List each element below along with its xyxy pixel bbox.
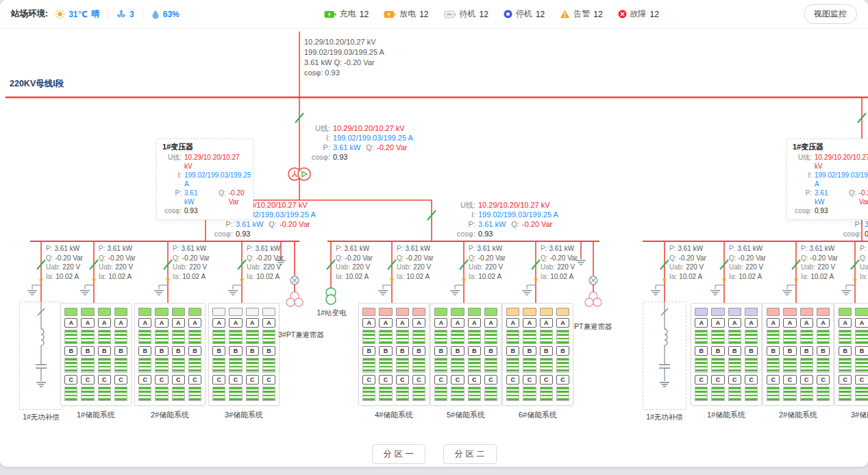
pt-arrester-label: PT兼避雷器 xyxy=(574,322,612,332)
charging-battery-icon xyxy=(324,10,336,19)
q-value: -0.20 Var xyxy=(229,188,247,206)
battery-cells xyxy=(138,387,151,401)
q-label: Q: xyxy=(366,143,374,152)
battery-cells xyxy=(262,387,275,401)
q-label: Q: xyxy=(469,254,476,262)
reactive-compensation-left[interactable] xyxy=(19,302,63,410)
ia-value: 10.02 A xyxy=(478,273,501,280)
rack-status-indicator xyxy=(855,308,868,316)
battery-cells xyxy=(783,330,796,344)
storage-system-box-0[interactable]: ABCABCABCABC xyxy=(60,303,132,406)
reactive-compensation-left-label: 1#无功补偿 xyxy=(14,413,69,422)
alarm-icon xyxy=(560,10,570,19)
storage-system-box-4[interactable]: ABCABCABCABC xyxy=(430,303,501,406)
rack-status-indicator xyxy=(783,308,796,316)
uab-value: 220 V xyxy=(189,263,207,271)
feeder-measurements: P:3.61 kW Q:-0.20 Var Uab:220 V Ia:10.02… xyxy=(669,244,706,281)
feeder-measurements: P:3.61 kW Q:-0.20 Var Uab:220 V Ia:10.02… xyxy=(99,244,136,281)
reactive-compensation-right-label: 1#无功补偿 xyxy=(637,413,692,422)
storage-system-box-1[interactable]: ABCABCABCABC xyxy=(134,303,206,406)
transformer-info-right[interactable]: 1#变压器U线:10.29/10.20/10.27 kVI:199.02/199… xyxy=(786,138,868,220)
legend-stopped[interactable]: 停机12 xyxy=(504,8,545,20)
battery-cells xyxy=(523,358,536,372)
battery-cells xyxy=(767,330,780,344)
storage-system-box-3[interactable]: ABCABCABCABC xyxy=(358,303,430,406)
rack-status-indicator xyxy=(767,308,780,316)
battery-cluster-label: B xyxy=(484,346,497,356)
partition-1-button[interactable]: 分区一 xyxy=(372,444,425,464)
legend-discharging[interactable]: 放电12 xyxy=(384,8,428,20)
cos-value: 0.93 xyxy=(236,229,250,239)
partition-2-button[interactable]: 分区二 xyxy=(443,444,497,464)
battery-rack: ABC xyxy=(711,308,724,401)
legend-charging[interactable]: 充电12 xyxy=(324,8,369,20)
battery-cluster-label: B xyxy=(262,346,275,356)
ia-label: Ia: xyxy=(801,273,808,280)
wind-value: 3 xyxy=(129,10,134,19)
cos-value: 0.93 xyxy=(333,152,347,162)
incoming-line-measurements: 10.29/10.20/10.27 kV199.02/199.03/199.25… xyxy=(304,37,384,78)
q-value: -0.20 Var xyxy=(522,219,552,229)
battery-rack: ABC xyxy=(362,308,375,401)
storage-system-label: 4#储能系统 xyxy=(353,410,435,420)
uab-value: 220 V xyxy=(413,263,431,271)
q-label: Q: xyxy=(669,254,677,262)
reactive-compensation-right[interactable] xyxy=(643,302,686,410)
rack-status-indicator xyxy=(114,308,127,316)
rack-status-indicator xyxy=(412,308,425,316)
p-value: 3.61 kW xyxy=(181,245,206,252)
wind-item: 3 xyxy=(116,10,134,19)
measurement-line: cosφ: 0.93 xyxy=(304,68,384,78)
cos-value: 0.93 xyxy=(478,229,493,239)
feeder-measurements: P:3.61 kW Q:-0.20 Var Uab:220 V Ia:10.02… xyxy=(173,244,210,281)
battery-cells xyxy=(412,387,425,401)
q-label: Q: xyxy=(173,254,180,262)
legend-alarm[interactable]: 告警12 xyxy=(560,8,602,20)
battery-cluster-label: B xyxy=(839,346,852,356)
battery-cells xyxy=(434,358,447,372)
battery-cells xyxy=(212,330,225,344)
storage-system-box-7[interactable]: ABCABCABCABC xyxy=(762,303,834,406)
legend-fault[interactable]: 故障12 xyxy=(618,8,659,20)
storage-system-box-6[interactable]: ABCABCABCABC xyxy=(691,303,762,406)
battery-cluster-label: B xyxy=(98,346,111,356)
p-value: 3.61 kW xyxy=(477,245,502,252)
battery-cluster-label: C xyxy=(767,375,780,385)
battery-rack: ABC xyxy=(783,308,796,401)
storage-system-box-2[interactable]: ABCABCABCABC xyxy=(208,303,280,406)
ia-value: 10.02 A xyxy=(679,273,702,280)
battery-cells xyxy=(523,330,536,344)
uab-label: Uab: xyxy=(397,263,411,271)
battery-cells xyxy=(172,387,185,401)
battery-cluster-label: A xyxy=(434,318,447,328)
battery-cells xyxy=(695,358,708,372)
battery-cluster-label: C xyxy=(262,375,275,385)
battery-cells xyxy=(800,330,813,344)
battery-cluster-label: B xyxy=(212,346,225,356)
rack-status-indicator xyxy=(64,308,77,316)
p-value: 3.61 kW xyxy=(236,219,263,229)
p-label: P: xyxy=(210,219,233,229)
battery-cells xyxy=(434,387,447,401)
battery-rack: ABC xyxy=(855,308,868,401)
feeder-measurements: P:3.61 kW Q:-0.20 Var Uab:220 V Ia:10.02… xyxy=(860,244,868,281)
ia-value: 10.02 A xyxy=(55,273,79,280)
storage-system-box-5[interactable]: ABCABCABCABC xyxy=(502,303,573,406)
storage-system-box-8[interactable]: ABCABCABCABC xyxy=(834,303,868,406)
battery-cluster-label: C xyxy=(138,375,151,385)
battery-cells xyxy=(800,358,813,372)
transformer-info-left[interactable]: 1#变压器U线:10.29/10.20/10.27 kVI:199.02/199… xyxy=(156,138,253,220)
u-value: 10.29/10.20/10.27 kV xyxy=(184,153,247,171)
battery-cells xyxy=(451,330,464,344)
battery-rack: ABC xyxy=(484,308,497,401)
view-monitor-button[interactable]: 视图监控 xyxy=(804,4,857,24)
battery-cluster-label: B xyxy=(362,346,375,356)
battery-cells xyxy=(246,330,259,344)
ia-label: Ia: xyxy=(729,273,736,280)
battery-cluster-label: A xyxy=(396,318,409,328)
legend-standby[interactable]: 待机12 xyxy=(444,8,488,20)
battery-rack: ABC xyxy=(745,308,758,401)
legend-count: 12 xyxy=(480,10,488,19)
legend-count: 12 xyxy=(419,10,428,19)
battery-cells xyxy=(229,358,242,372)
